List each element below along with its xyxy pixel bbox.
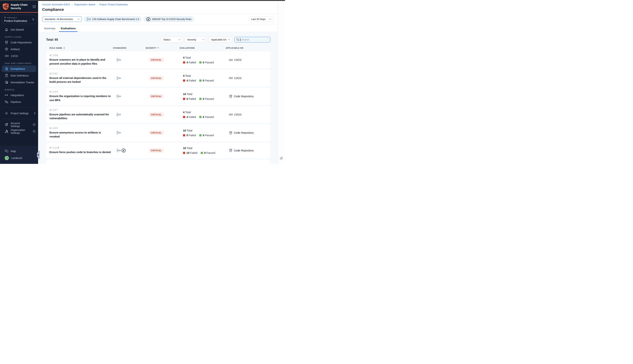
rule-name: Ensure all external dependencies used in… xyxy=(50,76,116,84)
sidebar-item-code-repositories[interactable]: Code Repositories xyxy=(0,39,38,46)
sidebar-item-label: CI/CD xyxy=(11,54,18,58)
search-input[interactable]: Search xyxy=(234,37,270,42)
sort-desc-icon[interactable] xyxy=(157,48,159,48)
tab-evaluations[interactable]: Evaluations xyxy=(59,24,78,32)
support-chat-icon[interactable] xyxy=(280,156,284,160)
rule-row[interactable]: Id: 2.3.8Ensure scanners are in place to… xyxy=(46,52,270,68)
rule-row[interactable]: Id: 2.3.7Ensure pipelines are automatica… xyxy=(46,106,270,123)
breadcrumb-link[interactable]: Account: Automation-SSCA xyxy=(42,3,70,6)
severity-cell: CRITICAL xyxy=(149,58,183,62)
column-label: STANDARDS xyxy=(113,47,126,49)
owasp-logo-icon xyxy=(146,17,150,22)
evaluations-cell: 10 Total10 Failed0 Passed xyxy=(183,146,229,154)
column-header-rule-name[interactable]: RULE NAME xyxy=(46,47,113,49)
cis-logo-icon: CIS xyxy=(116,112,121,117)
eval-failed: 0 Failed xyxy=(183,98,196,100)
compliance-doc-icon xyxy=(5,67,8,70)
sidebar-item-label: Rule Definitions xyxy=(10,74,28,77)
project-name: Product Exploratory xyxy=(4,20,32,22)
sidebar-item-label: Pipelines xyxy=(10,100,21,104)
passed-indicator xyxy=(199,134,202,136)
applicable-on-cell: Code Repository xyxy=(229,131,270,134)
svg-text:CIS: CIS xyxy=(118,114,121,116)
rule-id: Id: 2.3.7 xyxy=(50,109,116,111)
sidebar-item-help[interactable]: ?Help xyxy=(0,148,38,154)
rule-row[interactable]: Id: 1.3.5Ensure the organization is requ… xyxy=(46,88,270,105)
applicable-on-cell: Code Repository xyxy=(229,95,270,98)
sort-icon[interactable] xyxy=(63,47,65,49)
severity-cell: CRITICAL xyxy=(149,94,183,98)
sidebar-item-rule-definitions[interactable]: Rule Definitions xyxy=(0,72,38,79)
breadcrumb: Account: Automation-SSCA›Organization: d… xyxy=(42,3,274,6)
chip-label: CIS Software Supply Chain Benchmarks 1.0 xyxy=(92,18,139,20)
status-dropdown[interactable]: Status xyxy=(161,37,182,42)
info-icon[interactable] xyxy=(33,123,36,126)
cis-logo-icon: CIS xyxy=(116,58,121,62)
eval-total: 10 Total xyxy=(183,146,229,150)
org-gear-icon xyxy=(5,130,8,133)
eval-total: 4 Total xyxy=(183,110,229,114)
sidebar-item-label: Help xyxy=(10,150,16,153)
date-range-dropdown[interactable]: Last 30 Days xyxy=(249,16,274,22)
evaluations-content: Total: 65 StatusSeverityApplicable On Se… xyxy=(38,32,278,164)
eval-failed: 10 Failed xyxy=(183,152,198,154)
rule-cell: Id: 2.3.7Ensure pipelines are automatica… xyxy=(50,109,116,121)
svg-text:CIS: CIS xyxy=(88,18,91,20)
project-switcher[interactable]: PROJECT Product Exploratory xyxy=(2,15,36,24)
cis-logo-icon: CIS xyxy=(116,94,121,98)
passed-indicator xyxy=(199,80,202,82)
apps-grid-icon[interactable] xyxy=(32,5,36,8)
standards-dropdown[interactable]: Standards: All Benchmarks xyxy=(42,16,82,22)
evaluations-cell: 10 Total10 Failed0 Passed xyxy=(183,164,229,164)
failed-indicator xyxy=(183,98,185,100)
applicable-on-dropdown[interactable]: Applicable On xyxy=(208,37,232,42)
rule-cell: Id: 4.2.5Ensure anonymous access to arti… xyxy=(50,127,116,139)
cis-logo-icon: CIS xyxy=(116,148,121,153)
chip-cis-benchmark[interactable]: CIS CIS Software Supply Chain Benchmarks… xyxy=(84,16,142,22)
tab-summary[interactable]: Summary xyxy=(42,24,57,32)
breadcrumb-separator: › xyxy=(97,3,98,6)
svg-text:CIS: CIS xyxy=(118,132,121,134)
breadcrumb-link[interactable]: Organization: default xyxy=(74,3,95,6)
infinity-icon xyxy=(229,113,233,116)
chip-owasp-top10[interactable]: OWASP Top 10 CI/CD Security Risks xyxy=(144,16,194,22)
sidebar-item-compliance[interactable]: Compliance xyxy=(2,65,36,72)
severity-dropdown[interactable]: Severity xyxy=(185,37,206,42)
sidebar-item-integrations[interactable]: Integrations xyxy=(0,92,38,98)
rule-row[interactable]: Id: 1.1.17Ensure branch deletions are de… xyxy=(46,160,270,164)
standards-cell: CIS xyxy=(116,112,149,117)
sidebar-item-project-settings[interactable]: Project Settings xyxy=(0,110,38,117)
eval-passed: 0 Passed xyxy=(199,79,214,82)
sidebar-item-ci-cd[interactable]: CI/CD xyxy=(0,52,38,59)
rule-name: Ensure force pushes code to branches is … xyxy=(50,150,116,154)
cis-logo-icon: CIS xyxy=(116,130,121,135)
sidebar-item-account-settings[interactable]: Account Settings xyxy=(0,121,38,128)
chevron-down-icon xyxy=(269,18,271,20)
sidebar-item-organization-settings[interactable]: Organization Settings xyxy=(0,128,38,135)
sidebar-item-get-started[interactable]: Get Started xyxy=(0,26,38,33)
column-header-severity[interactable]: SEVERITY xyxy=(146,47,180,49)
rule-row[interactable]: Id: 1.1.16Ensure force pushes code to br… xyxy=(46,143,270,158)
passed-indicator xyxy=(199,98,202,100)
severity-cell: CRITICAL xyxy=(149,76,183,80)
user-menu[interactable]: LLavakush xyxy=(0,154,38,161)
rule-row[interactable]: Id: 2.4.2Ensure all external dependencie… xyxy=(46,70,270,87)
info-icon[interactable] xyxy=(33,130,36,133)
gear-icon xyxy=(5,112,8,115)
chevron-right-icon xyxy=(34,112,36,114)
rule-id: Id: 1.1.17 xyxy=(50,164,116,164)
sidebar-item-pipelines[interactable]: Pipelines xyxy=(0,98,38,105)
rule-id: Id: 2.3.8 xyxy=(50,54,116,56)
svg-text:CIS: CIS xyxy=(118,96,121,98)
breadcrumb-link[interactable]: Project: Product Exploratory xyxy=(99,3,128,6)
sidebar-item-remediation-tracker[interactable]: Remediation Tracker xyxy=(0,79,38,86)
right-side-rail xyxy=(278,1,285,164)
passed-indicator xyxy=(199,116,202,118)
rule-row[interactable]: Id: 4.2.5Ensure anonymous access to arti… xyxy=(46,124,270,141)
applicable-on-label: Code Repository xyxy=(234,149,254,152)
column-header-applicable-on: APPLICABLE ON xyxy=(226,47,270,49)
severity-cell: CRITICAL xyxy=(149,112,183,117)
owasp-logo-icon xyxy=(122,148,126,153)
svg-text:CIS: CIS xyxy=(118,78,121,79)
sidebar-item-artifacts[interactable]: Artifacts xyxy=(0,46,38,52)
